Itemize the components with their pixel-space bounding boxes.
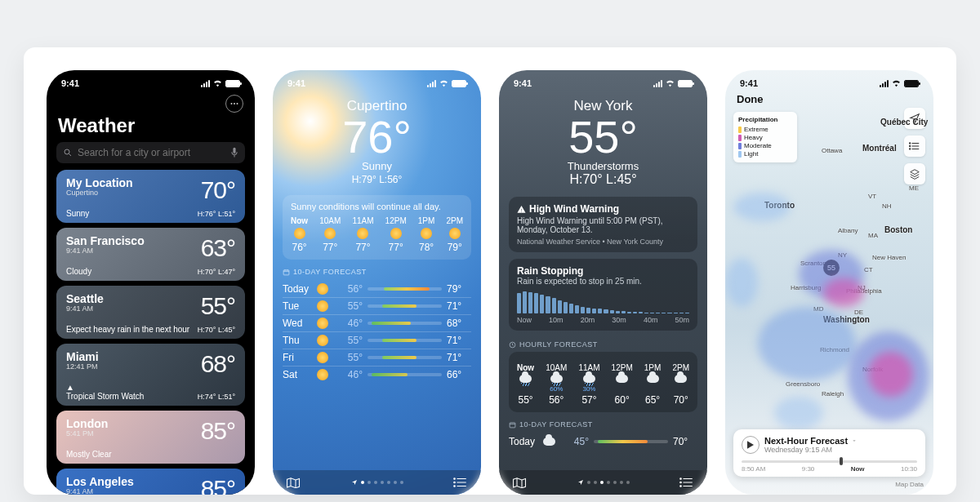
map-city: DE xyxy=(854,309,863,316)
city-card[interactable]: San Francisco9:41 AM63° CloudyH:70° L:47… xyxy=(56,228,245,281)
search-field[interactable] xyxy=(56,142,245,163)
high-temp: 70° xyxy=(673,436,697,447)
rain-tick: 30m xyxy=(612,316,626,324)
forecast-row[interactable]: Today56°79° xyxy=(283,281,471,297)
hourly-row[interactable]: Now55°10AM60%56°11AM30%57°12PM60°1PM65°2… xyxy=(517,363,689,406)
city-card[interactable]: Miami12:41 PM68° ▲Tropical Storm WatchH:… xyxy=(56,344,245,406)
forecast-row[interactable]: Thu55°71° xyxy=(283,331,471,349)
temp-range-bar xyxy=(368,322,442,325)
more-row xyxy=(47,90,255,113)
forecast-row[interactable]: Sat46°66° xyxy=(283,366,471,383)
hourly-panel[interactable]: Now55°10AM60%56°11AM30%57°12PM60°1PM65°2… xyxy=(509,352,697,412)
sun-icon xyxy=(324,228,336,239)
city-sub: 5:41 PM xyxy=(66,429,108,438)
radar-blob xyxy=(823,278,864,307)
hour-col: 1PM65° xyxy=(644,363,662,406)
list-icon[interactable] xyxy=(679,477,694,488)
svg-point-0 xyxy=(231,103,233,104)
rain-chart xyxy=(517,291,689,313)
play-button[interactable] xyxy=(742,436,760,454)
layers-button[interactable] xyxy=(904,163,925,184)
section-10day-title: 10-DAY FORECAST xyxy=(499,419,707,430)
city-card[interactable]: Seattle9:41 AM55° Expect heavy rain in t… xyxy=(56,286,245,339)
page-dots[interactable] xyxy=(351,479,403,486)
alert-source: National Weather Service • New York Coun… xyxy=(517,238,689,246)
signal-icon xyxy=(201,80,210,87)
hour-col: 2PM70° xyxy=(672,363,689,406)
hour-label: 1PM xyxy=(418,216,435,225)
forecast-list[interactable]: Today56°79°Tue55°71°Wed46°68°Thu55°71°Fr… xyxy=(283,281,471,383)
city-sub: 9:41 AM xyxy=(66,487,134,495)
search-input[interactable] xyxy=(78,147,225,158)
alert-desc: High Wind Warning until 5:00 PM (PST), M… xyxy=(517,216,689,234)
sun-icon xyxy=(317,335,328,346)
high-temp: 71° xyxy=(447,335,471,346)
sun-icon xyxy=(294,228,305,239)
hour-temp: 55° xyxy=(518,394,532,406)
rainy-icon xyxy=(550,375,563,383)
playback-card[interactable]: Next-Hour Forecast Wednesday 9:15 AM 8:5… xyxy=(733,429,925,477)
conditions: Sunny xyxy=(273,160,481,172)
legend-row: Moderate xyxy=(738,142,792,149)
tick-label: 8:50 AM xyxy=(742,465,765,473)
weather-alert[interactable]: High Wind Warning High Wind Warning unti… xyxy=(509,197,697,252)
forecast-row[interactable]: Today 45° 70° xyxy=(509,433,697,450)
search-icon xyxy=(63,148,73,158)
precip-pct: 60% xyxy=(550,385,563,392)
map-icon[interactable] xyxy=(286,477,301,488)
alert-title: High Wind Warning xyxy=(517,203,689,215)
status-icons xyxy=(201,79,240,87)
hour-temp: 77° xyxy=(355,242,370,253)
map-city: Albany xyxy=(838,227,858,234)
done-button[interactable]: Done xyxy=(737,93,764,105)
city-cond: Sunny xyxy=(66,209,89,218)
more-button[interactable] xyxy=(225,95,243,113)
calendar-icon xyxy=(283,269,290,276)
phone-weather-list: 9:41 Weather My LocationCupertino70° Sun… xyxy=(47,70,255,495)
page-dots[interactable] xyxy=(577,479,630,486)
hour-col: 10AM60%56° xyxy=(546,363,567,406)
hourly-row[interactable]: Now76°10AM77°11AM77°12PM77°1PM78°2PM79° xyxy=(291,216,463,253)
svg-point-6 xyxy=(454,478,456,480)
city-temp: 85° xyxy=(201,475,235,495)
temp-range-bar xyxy=(594,440,668,443)
city-card[interactable]: London5:41 PM85° Mostly Clear xyxy=(56,411,245,464)
legend-label: Moderate xyxy=(744,142,772,149)
map-attribution[interactable]: Map Data xyxy=(895,481,924,488)
list-button[interactable] xyxy=(904,135,925,157)
svg-point-14 xyxy=(910,143,911,144)
city-card[interactable]: Los Angeles9:41 AM85° Sunny xyxy=(56,469,245,495)
rain-tick: 20m xyxy=(581,316,595,324)
next-hour-precip[interactable]: Rain Stopping Rain is expected to stop i… xyxy=(509,259,697,331)
mic-icon[interactable] xyxy=(230,147,238,158)
city-temp: 70° xyxy=(201,176,235,204)
list-icon[interactable] xyxy=(453,477,468,488)
city-name: London xyxy=(66,417,108,430)
hourly-panel[interactable]: Sunny conditions will continue all day. … xyxy=(283,195,471,260)
map-city-big: Montréal xyxy=(862,144,897,153)
day-label: Thu xyxy=(283,335,312,346)
status-icons xyxy=(653,79,693,87)
scrubber-thumb[interactable] xyxy=(840,457,843,465)
svg-point-13 xyxy=(680,486,682,487)
city-name: My Location xyxy=(66,176,133,189)
forecast-row[interactable]: Tue55°71° xyxy=(283,297,471,314)
status-time: 9:41 xyxy=(287,78,305,88)
low-temp: 55° xyxy=(338,335,363,346)
status-time: 9:41 xyxy=(740,78,758,88)
city-temp: 55° xyxy=(201,292,235,320)
city-card[interactable]: My LocationCupertino70° SunnyH:76° L:51° xyxy=(56,170,245,223)
map-city: Greensboro xyxy=(786,380,820,388)
phone-city-detail-sunny: 9:41 Cupertino 76° Sunny H:79° L:56° Sun… xyxy=(273,70,481,495)
forecast-row[interactable]: Wed46°68° xyxy=(283,314,471,331)
svg-point-12 xyxy=(680,482,682,483)
scrubber-track[interactable] xyxy=(742,460,917,463)
section-hourly-title: HOURLY FORECAST xyxy=(499,339,707,350)
legend-label: Light xyxy=(744,150,758,158)
forecast-row[interactable]: Fri55°71° xyxy=(283,349,471,366)
sun-icon xyxy=(317,369,328,380)
hour-col: 2PM79° xyxy=(446,216,463,253)
map-icon[interactable] xyxy=(512,477,527,488)
forecast-list[interactable]: Today 45° 70° xyxy=(509,433,697,450)
hour-col: Now55° xyxy=(517,363,534,406)
